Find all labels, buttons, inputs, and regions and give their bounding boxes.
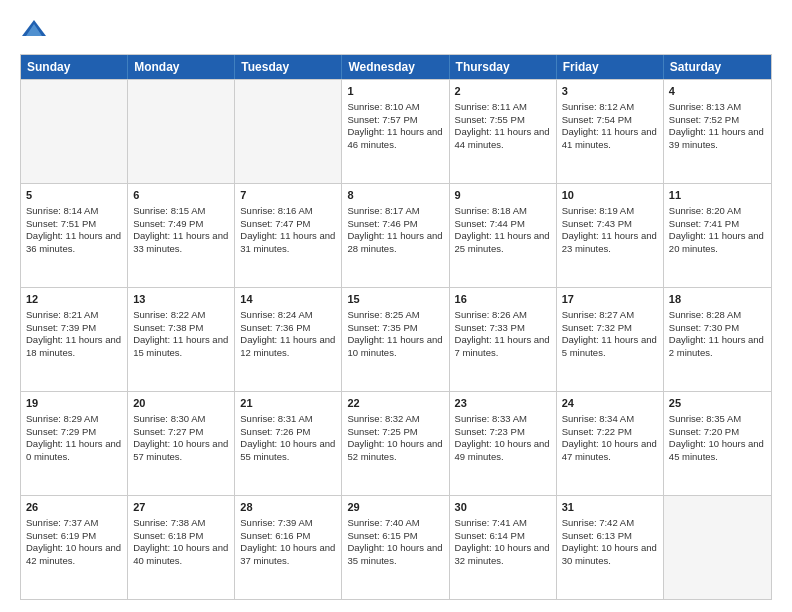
daylight-text: Daylight: 11 hours and 2 minutes. [669,334,766,360]
sunrise-text: Sunrise: 8:26 AM [455,309,551,322]
daylight-text: Daylight: 11 hours and 31 minutes. [240,230,336,256]
cal-cell-15: 15Sunrise: 8:25 AMSunset: 7:35 PMDayligh… [342,288,449,391]
day-number: 19 [26,396,122,411]
daylight-text: Daylight: 11 hours and 12 minutes. [240,334,336,360]
calendar: SundayMondayTuesdayWednesdayThursdayFrid… [20,54,772,600]
cal-cell-22: 22Sunrise: 8:32 AMSunset: 7:25 PMDayligh… [342,392,449,495]
cal-cell-20: 20Sunrise: 8:30 AMSunset: 7:27 PMDayligh… [128,392,235,495]
day-number: 4 [669,84,766,99]
sunrise-text: Sunrise: 7:41 AM [455,517,551,530]
day-number: 2 [455,84,551,99]
sunset-text: Sunset: 6:13 PM [562,530,658,543]
sunset-text: Sunset: 7:30 PM [669,322,766,335]
cal-week-2: 12Sunrise: 8:21 AMSunset: 7:39 PMDayligh… [21,287,771,391]
sunset-text: Sunset: 7:25 PM [347,426,443,439]
cal-cell-18: 18Sunrise: 8:28 AMSunset: 7:30 PMDayligh… [664,288,771,391]
sunset-text: Sunset: 7:52 PM [669,114,766,127]
day-number: 7 [240,188,336,203]
day-number: 26 [26,500,122,515]
sunrise-text: Sunrise: 8:10 AM [347,101,443,114]
daylight-text: Daylight: 11 hours and 44 minutes. [455,126,551,152]
day-number: 5 [26,188,122,203]
cal-cell-empty-4-6 [664,496,771,599]
sunset-text: Sunset: 7:22 PM [562,426,658,439]
sunrise-text: Sunrise: 7:40 AM [347,517,443,530]
day-number: 28 [240,500,336,515]
cal-header-thursday: Thursday [450,55,557,79]
sunset-text: Sunset: 6:18 PM [133,530,229,543]
sunrise-text: Sunrise: 8:18 AM [455,205,551,218]
cal-week-1: 5Sunrise: 8:14 AMSunset: 7:51 PMDaylight… [21,183,771,287]
daylight-text: Daylight: 11 hours and 0 minutes. [26,438,122,464]
sunrise-text: Sunrise: 8:14 AM [26,205,122,218]
cal-cell-26: 26Sunrise: 7:37 AMSunset: 6:19 PMDayligh… [21,496,128,599]
header [20,16,772,44]
sunrise-text: Sunrise: 8:21 AM [26,309,122,322]
cal-week-3: 19Sunrise: 8:29 AMSunset: 7:29 PMDayligh… [21,391,771,495]
cal-cell-28: 28Sunrise: 7:39 AMSunset: 6:16 PMDayligh… [235,496,342,599]
day-number: 29 [347,500,443,515]
sunset-text: Sunset: 7:23 PM [455,426,551,439]
sunset-text: Sunset: 6:19 PM [26,530,122,543]
sunset-text: Sunset: 7:46 PM [347,218,443,231]
sunset-text: Sunset: 7:20 PM [669,426,766,439]
sunset-text: Sunset: 7:29 PM [26,426,122,439]
day-number: 15 [347,292,443,307]
sunrise-text: Sunrise: 8:13 AM [669,101,766,114]
sunrise-text: Sunrise: 8:32 AM [347,413,443,426]
daylight-text: Daylight: 11 hours and 36 minutes. [26,230,122,256]
cal-cell-13: 13Sunrise: 8:22 AMSunset: 7:38 PMDayligh… [128,288,235,391]
daylight-text: Daylight: 11 hours and 20 minutes. [669,230,766,256]
cal-cell-2: 2Sunrise: 8:11 AMSunset: 7:55 PMDaylight… [450,80,557,183]
page: SundayMondayTuesdayWednesdayThursdayFrid… [0,0,792,612]
sunset-text: Sunset: 6:15 PM [347,530,443,543]
cal-cell-30: 30Sunrise: 7:41 AMSunset: 6:14 PMDayligh… [450,496,557,599]
sunrise-text: Sunrise: 7:37 AM [26,517,122,530]
day-number: 22 [347,396,443,411]
cal-cell-16: 16Sunrise: 8:26 AMSunset: 7:33 PMDayligh… [450,288,557,391]
day-number: 27 [133,500,229,515]
sunset-text: Sunset: 7:33 PM [455,322,551,335]
daylight-text: Daylight: 10 hours and 55 minutes. [240,438,336,464]
cal-cell-23: 23Sunrise: 8:33 AMSunset: 7:23 PMDayligh… [450,392,557,495]
day-number: 17 [562,292,658,307]
sunset-text: Sunset: 7:36 PM [240,322,336,335]
sunrise-text: Sunrise: 8:11 AM [455,101,551,114]
sunrise-text: Sunrise: 8:25 AM [347,309,443,322]
sunrise-text: Sunrise: 8:27 AM [562,309,658,322]
logo [20,16,52,44]
cal-cell-12: 12Sunrise: 8:21 AMSunset: 7:39 PMDayligh… [21,288,128,391]
day-number: 12 [26,292,122,307]
sunrise-text: Sunrise: 8:22 AM [133,309,229,322]
cal-cell-19: 19Sunrise: 8:29 AMSunset: 7:29 PMDayligh… [21,392,128,495]
daylight-text: Daylight: 10 hours and 42 minutes. [26,542,122,568]
cal-header-saturday: Saturday [664,55,771,79]
cal-cell-29: 29Sunrise: 7:40 AMSunset: 6:15 PMDayligh… [342,496,449,599]
sunset-text: Sunset: 7:27 PM [133,426,229,439]
sunset-text: Sunset: 7:55 PM [455,114,551,127]
calendar-header-row: SundayMondayTuesdayWednesdayThursdayFrid… [21,55,771,79]
day-number: 6 [133,188,229,203]
daylight-text: Daylight: 10 hours and 45 minutes. [669,438,766,464]
daylight-text: Daylight: 11 hours and 33 minutes. [133,230,229,256]
daylight-text: Daylight: 11 hours and 7 minutes. [455,334,551,360]
sunrise-text: Sunrise: 8:30 AM [133,413,229,426]
cal-cell-6: 6Sunrise: 8:15 AMSunset: 7:49 PMDaylight… [128,184,235,287]
sunset-text: Sunset: 7:47 PM [240,218,336,231]
day-number: 9 [455,188,551,203]
day-number: 16 [455,292,551,307]
cal-week-4: 26Sunrise: 7:37 AMSunset: 6:19 PMDayligh… [21,495,771,599]
cal-cell-4: 4Sunrise: 8:13 AMSunset: 7:52 PMDaylight… [664,80,771,183]
day-number: 31 [562,500,658,515]
day-number: 10 [562,188,658,203]
day-number: 30 [455,500,551,515]
daylight-text: Daylight: 11 hours and 41 minutes. [562,126,658,152]
sunrise-text: Sunrise: 8:17 AM [347,205,443,218]
sunset-text: Sunset: 7:39 PM [26,322,122,335]
daylight-text: Daylight: 10 hours and 37 minutes. [240,542,336,568]
day-number: 1 [347,84,443,99]
cal-header-sunday: Sunday [21,55,128,79]
cal-cell-9: 9Sunrise: 8:18 AMSunset: 7:44 PMDaylight… [450,184,557,287]
sunset-text: Sunset: 7:54 PM [562,114,658,127]
daylight-text: Daylight: 11 hours and 39 minutes. [669,126,766,152]
